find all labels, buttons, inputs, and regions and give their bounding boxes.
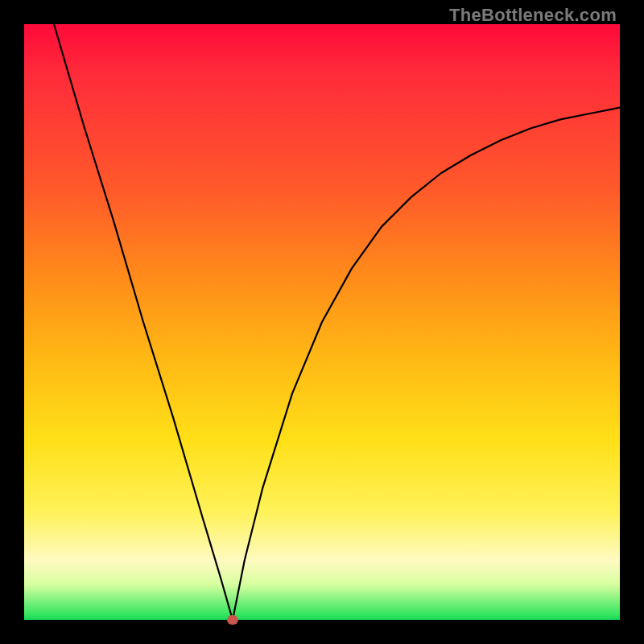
chart-frame: TheBottleneck.com bbox=[0, 0, 644, 644]
bottleneck-curve bbox=[54, 24, 620, 620]
watermark-text: TheBottleneck.com bbox=[449, 5, 617, 26]
minimum-marker bbox=[227, 615, 238, 625]
curve-svg bbox=[24, 24, 620, 620]
